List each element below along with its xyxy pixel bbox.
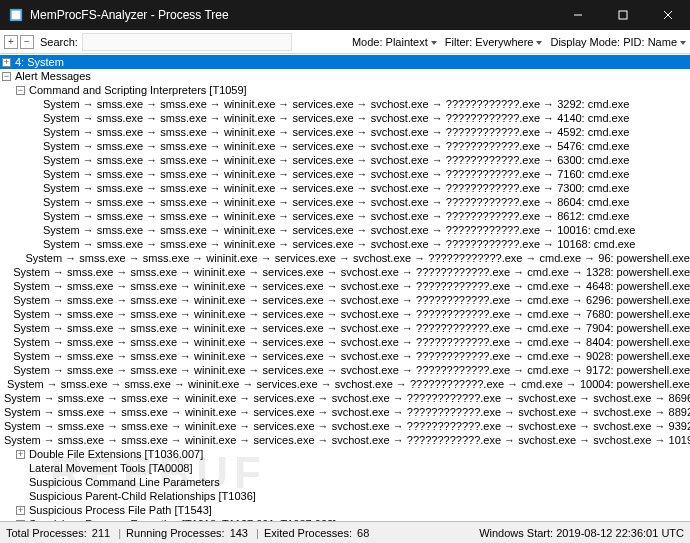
running-processes-label: Running Processes: [126, 527, 224, 539]
tree-toggle [2, 380, 3, 389]
tree-label: System → smss.exe → smss.exe → wininit.e… [42, 153, 629, 167]
tree-label: Suspicious Parent-Child Relationships [T… [28, 489, 256, 503]
tree-label: System → smss.exe → smss.exe → wininit.e… [42, 139, 629, 153]
filter-label: Filter: [445, 36, 473, 48]
tree-leaf-cmd[interactable]: System → smss.exe → smss.exe → wininit.e… [0, 167, 690, 181]
tree-node-lateral[interactable]: Lateral Movement Tools [TA0008] [0, 461, 690, 475]
tree-leaf-cmd[interactable]: System → smss.exe → smss.exe → wininit.e… [0, 125, 690, 139]
tree-toggle[interactable]: − [16, 520, 25, 522]
mode-label: Mode: [352, 36, 383, 48]
tree-leaf-powershell[interactable]: System → smss.exe → smss.exe → wininit.e… [0, 251, 690, 265]
tree-label: System → smss.exe → smss.exe → wininit.e… [12, 335, 690, 349]
tree-toggle [30, 142, 39, 151]
tree-toggle [7, 366, 9, 375]
tree-label: Lateral Movement Tools [TA0008] [28, 461, 192, 475]
search-input[interactable] [82, 33, 292, 51]
tree-leaf-cmd[interactable]: System → smss.exe → smss.exe → wininit.e… [0, 181, 690, 195]
tree-toggle [7, 268, 9, 277]
filter-dropdown[interactable]: Everywhere [475, 36, 542, 48]
tree-leaf-powershell[interactable]: System → smss.exe → smss.exe → wininit.e… [0, 321, 690, 335]
svg-rect-3 [619, 11, 627, 19]
tree-toggle [16, 492, 25, 501]
tree-label: System → smss.exe → smss.exe → wininit.e… [12, 293, 690, 307]
tree-node-susp-parentchild[interactable]: Suspicious Parent-Child Relationships [T… [0, 489, 690, 503]
tree-toggle [30, 184, 39, 193]
tree-node-alert-messages[interactable]: −Alert Messages [0, 69, 690, 83]
tree-label: System → smss.exe → smss.exe → wininit.e… [42, 223, 635, 237]
tree-toggle [16, 478, 25, 487]
tree-leaf-svchost-cmd[interactable]: System → smss.exe → smss.exe → wininit.e… [0, 419, 690, 433]
tree-label: System → smss.exe → smss.exe → wininit.e… [3, 433, 690, 447]
tree-leaf-powershell[interactable]: System → smss.exe → smss.exe → wininit.e… [0, 335, 690, 349]
tree-toggle [30, 198, 39, 207]
tree-toggle[interactable]: + [16, 450, 25, 459]
tree-label: System → smss.exe → smss.exe → wininit.e… [42, 125, 629, 139]
tree-leaf-powershell[interactable]: System → smss.exe → smss.exe → wininit.e… [0, 293, 690, 307]
collapse-all-button[interactable]: − [20, 35, 34, 49]
tree-label: System → smss.exe → smss.exe → wininit.e… [12, 307, 690, 321]
tree-node-system[interactable]: +4: System [0, 55, 690, 69]
tree-label: System → smss.exe → smss.exe → wininit.e… [3, 405, 690, 419]
tree-toggle [30, 156, 39, 165]
window-title: MemProcFS-Analyzer - Process Tree [30, 8, 555, 22]
tree-label: System → smss.exe → smss.exe → wininit.e… [42, 97, 629, 111]
tree-leaf-cmd[interactable]: System → smss.exe → smss.exe → wininit.e… [0, 97, 690, 111]
minimize-button[interactable] [555, 0, 600, 30]
tree-toggle[interactable]: + [16, 506, 25, 515]
display-mode-label: Display Mode: [550, 36, 620, 48]
tree-leaf-svchost-cmd[interactable]: System → smss.exe → smss.exe → wininit.e… [0, 433, 690, 447]
tree-leaf-powershell[interactable]: System → smss.exe → smss.exe → wininit.e… [0, 377, 690, 391]
status-bar: Total Processes: 211 | Running Processes… [0, 521, 690, 543]
tree-label: System → smss.exe → smss.exe → wininit.e… [3, 391, 690, 405]
maximize-button[interactable] [600, 0, 645, 30]
tree-toggle[interactable]: − [2, 72, 11, 81]
total-processes-label: Total Processes: [6, 527, 87, 539]
process-tree[interactable]: +4: System−Alert Messages−Command and Sc… [0, 54, 690, 521]
tree-toggle [7, 296, 9, 305]
tree-leaf-cmd[interactable]: System → smss.exe → smss.exe → wininit.e… [0, 223, 690, 237]
tree-label: System → smss.exe → smss.exe → wininit.e… [42, 209, 629, 223]
tree-label: System → smss.exe → smss.exe → wininit.e… [42, 167, 629, 181]
tree-toggle [30, 114, 39, 123]
running-processes-value: 143 [230, 527, 248, 539]
tree-leaf-cmd[interactable]: System → smss.exe → smss.exe → wininit.e… [0, 153, 690, 167]
close-button[interactable] [645, 0, 690, 30]
tree-toggle [30, 128, 39, 137]
tree-label: System → smss.exe → smss.exe → wininit.e… [3, 419, 690, 433]
tree-leaf-powershell[interactable]: System → smss.exe → smss.exe → wininit.e… [0, 279, 690, 293]
tree-leaf-cmd[interactable]: System → smss.exe → smss.exe → wininit.e… [0, 111, 690, 125]
title-bar: MemProcFS-Analyzer - Process Tree [0, 0, 690, 30]
tree-toggle [7, 352, 9, 361]
tree-label: 4: System [14, 55, 64, 69]
tree-node-double-file-ext[interactable]: +Double File Extensions [T1036.007] [0, 447, 690, 461]
expand-all-button[interactable]: + [4, 35, 18, 49]
tree-leaf-cmd[interactable]: System → smss.exe → smss.exe → wininit.e… [0, 139, 690, 153]
tree-leaf-svchost-cmd[interactable]: System → smss.exe → smss.exe → wininit.e… [0, 391, 690, 405]
tree-leaf-powershell[interactable]: System → smss.exe → smss.exe → wininit.e… [0, 349, 690, 363]
tree-leaf-powershell[interactable]: System → smss.exe → smss.exe → wininit.e… [0, 363, 690, 377]
tree-leaf-cmd[interactable]: System → smss.exe → smss.exe → wininit.e… [0, 195, 690, 209]
tree-toggle [7, 310, 9, 319]
tree-node-command-scripting[interactable]: −Command and Scripting Interpreters [T10… [0, 83, 690, 97]
tree-toggle [30, 212, 39, 221]
tree-label: System → smss.exe → smss.exe → wininit.e… [12, 321, 690, 335]
tree-label: System → smss.exe → smss.exe → wininit.e… [12, 279, 690, 293]
mode-dropdown[interactable]: Plaintext [386, 36, 437, 48]
tree-toggle[interactable]: − [16, 86, 25, 95]
exited-processes-label: Exited Processes: [264, 527, 352, 539]
tree-node-susp-cmdline[interactable]: Suspicious Command Line Parameters [0, 475, 690, 489]
total-processes-value: 211 [92, 527, 110, 539]
tree-label: System → smss.exe → smss.exe → wininit.e… [42, 237, 635, 251]
tree-label: Suspicious Program Execution [T1218, T11… [28, 517, 336, 521]
tree-toggle [30, 226, 39, 235]
tree-leaf-powershell[interactable]: System → smss.exe → smss.exe → wininit.e… [0, 307, 690, 321]
tree-node-susp-path[interactable]: +Suspicious Process File Path [T1543] [0, 503, 690, 517]
tree-leaf-powershell[interactable]: System → smss.exe → smss.exe → wininit.e… [0, 265, 690, 279]
display-mode-dropdown[interactable]: PID: Name [623, 36, 686, 48]
tree-leaf-cmd[interactable]: System → smss.exe → smss.exe → wininit.e… [0, 209, 690, 223]
tree-toggle[interactable]: + [2, 58, 11, 67]
toolbar: + − Search: Mode: Plaintext Filter: Ever… [0, 30, 690, 54]
svg-rect-1 [12, 11, 21, 20]
tree-leaf-cmd[interactable]: System → smss.exe → smss.exe → wininit.e… [0, 237, 690, 251]
tree-leaf-svchost-cmd[interactable]: System → smss.exe → smss.exe → wininit.e… [0, 405, 690, 419]
